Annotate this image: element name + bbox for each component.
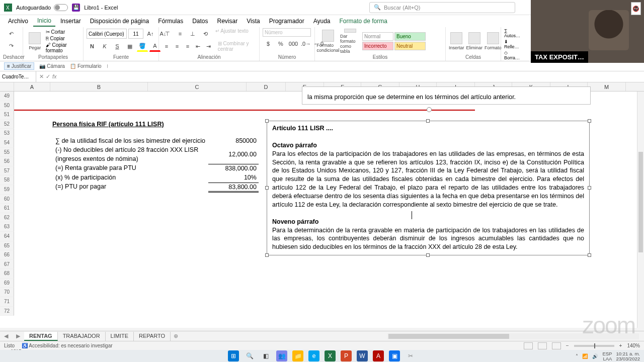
row-header-66[interactable]: 66 bbox=[0, 250, 14, 260]
view-pagebreak-button[interactable] bbox=[552, 342, 561, 349]
row-header-56[interactable]: 56 bbox=[0, 157, 14, 166]
row-header-65[interactable]: 65 bbox=[0, 241, 14, 251]
col-header-D[interactable]: D bbox=[247, 82, 286, 91]
row-header-70[interactable]: 70 bbox=[0, 288, 14, 297]
clear-button[interactable]: ◇ Borra… bbox=[504, 50, 523, 60]
paste-button[interactable]: Pegar bbox=[26, 29, 44, 54]
explorer-icon[interactable]: 📁 bbox=[292, 350, 303, 361]
merge-button[interactable]: ⊞ Combinar y centrar bbox=[218, 41, 256, 52]
textbox-top[interactable]: la misma proporción que se determine en … bbox=[302, 86, 591, 105]
style-normal[interactable]: Normal bbox=[362, 32, 393, 41]
col-header-A[interactable]: A bbox=[14, 82, 50, 91]
shape-rotate-handle[interactable] bbox=[427, 107, 432, 112]
col-header-B[interactable]: B bbox=[50, 82, 148, 91]
row-header-49[interactable]: 49 bbox=[0, 92, 14, 101]
col-header-C[interactable]: C bbox=[148, 82, 247, 91]
handle-se[interactable] bbox=[588, 253, 591, 257]
autosum-button[interactable]: ∑ Autos… bbox=[504, 28, 523, 38]
row-header-51[interactable]: 51 bbox=[0, 110, 14, 120]
menu-datos[interactable]: Datos bbox=[188, 16, 212, 26]
justify-button[interactable]: ≡ Justificar bbox=[4, 62, 34, 70]
handle-n[interactable] bbox=[426, 119, 430, 123]
zoom-slider[interactable] bbox=[574, 345, 614, 347]
format-cells-button[interactable]: Formato bbox=[485, 29, 502, 54]
handle-ne[interactable] bbox=[588, 119, 591, 123]
toggle-switch[interactable] bbox=[54, 4, 68, 11]
font-size-select[interactable] bbox=[128, 29, 143, 39]
fill-button[interactable]: ⬇ Relle… bbox=[504, 39, 523, 49]
sheet-tab-trabajador[interactable]: TRABAJADOR bbox=[58, 332, 106, 341]
col-header-M[interactable]: M bbox=[588, 82, 626, 91]
row-header-67[interactable]: 67 bbox=[0, 260, 14, 269]
cancel-formula-icon[interactable]: ✕ bbox=[39, 73, 44, 80]
style-bad[interactable]: Incorrecto bbox=[362, 42, 393, 50]
taskbar-search-button[interactable]: 🔍 bbox=[244, 350, 255, 361]
sheet-tab-rentag[interactable]: RENTAG bbox=[24, 332, 58, 341]
comma-button[interactable]: 000 bbox=[288, 38, 299, 49]
menu-programador[interactable]: Programador bbox=[265, 16, 308, 26]
autosave-toggle[interactable]: Autoguardado bbox=[16, 4, 68, 11]
snip-icon[interactable]: ✂ bbox=[405, 350, 416, 361]
task-view-button[interactable]: ◧ bbox=[260, 350, 271, 361]
cond-format-button[interactable]: Formato condicional bbox=[318, 29, 338, 54]
handle-w[interactable] bbox=[265, 186, 269, 190]
teams-icon[interactable]: 👥 bbox=[276, 350, 287, 361]
accessibility-status[interactable]: ♿ Accesibilidad: es necesario investigar bbox=[22, 343, 112, 348]
menu-disposición-de-página[interactable]: Disposición de página bbox=[86, 16, 153, 26]
menu-fórmulas[interactable]: Fórmulas bbox=[154, 16, 187, 26]
volume-icon[interactable]: 🔊 bbox=[592, 353, 598, 359]
edge-icon[interactable]: e bbox=[308, 350, 319, 361]
redo-button[interactable]: ↷ bbox=[6, 40, 17, 51]
handle-e[interactable] bbox=[588, 186, 591, 190]
row-header-68[interactable]: 68 bbox=[0, 269, 14, 279]
align-middle-button[interactable]: ≡ bbox=[175, 28, 186, 39]
menu-inicio[interactable]: Inicio bbox=[33, 16, 55, 27]
row-header-54[interactable]: 54 bbox=[0, 138, 14, 148]
wrap-text-button[interactable]: ↵ Ajustar texto bbox=[215, 28, 249, 39]
row-header-58[interactable]: 58 bbox=[0, 175, 14, 185]
row-header-60[interactable]: 60 bbox=[0, 195, 14, 204]
row-header-62[interactable]: 62 bbox=[0, 213, 14, 223]
row-header-53[interactable]: 53 bbox=[0, 129, 14, 138]
view-layout-button[interactable] bbox=[538, 342, 547, 349]
zoom-level[interactable]: 140% bbox=[627, 343, 640, 348]
number-format-select[interactable]: Número bbox=[263, 28, 311, 37]
word-icon[interactable]: W bbox=[357, 350, 368, 361]
form-button[interactable]: 📋 Formulario bbox=[70, 63, 102, 69]
menu-revisar[interactable]: Revisar bbox=[213, 16, 242, 26]
sheet-nav-prev[interactable]: ◀ bbox=[0, 333, 12, 339]
align-bottom-button[interactable]: ⊥ bbox=[187, 28, 198, 39]
style-good[interactable]: Bueno bbox=[394, 32, 426, 41]
style-neutral[interactable]: Neutral bbox=[394, 42, 426, 50]
sheet-tab-reparto[interactable]: REPARTO bbox=[134, 332, 171, 341]
enter-formula-icon[interactable]: ✓ bbox=[46, 73, 50, 80]
view-normal-button[interactable] bbox=[524, 342, 533, 349]
handle-sw[interactable] bbox=[265, 253, 269, 257]
menu-vista[interactable]: Vista bbox=[243, 16, 264, 26]
fill-color-button[interactable]: 🪣 bbox=[137, 41, 148, 52]
row-header-72[interactable]: 72 bbox=[0, 307, 14, 316]
underline-button[interactable]: S bbox=[112, 41, 123, 52]
row-header-64[interactable]: 64 bbox=[0, 232, 14, 241]
percent-button[interactable]: % bbox=[275, 38, 286, 49]
handle-nw[interactable] bbox=[265, 119, 269, 123]
add-sheet-button[interactable]: ⊕ bbox=[171, 333, 181, 339]
align-center-button[interactable]: ≡ bbox=[173, 41, 182, 52]
sheet-nav-next[interactable]: ▶ bbox=[12, 333, 24, 339]
row-header-61[interactable]: 61 bbox=[0, 204, 14, 213]
row-header-57[interactable]: 57 bbox=[0, 166, 14, 176]
bold-button[interactable]: N bbox=[87, 41, 98, 52]
align-left-button[interactable]: ≡ bbox=[162, 41, 171, 52]
save-icon[interactable]: 💾 bbox=[72, 4, 80, 12]
name-box[interactable]: CuadroTe… bbox=[0, 71, 36, 82]
wifi-icon[interactable]: 📶 bbox=[582, 353, 588, 359]
increase-font-button[interactable]: A↑ bbox=[145, 28, 156, 39]
zoom-taskbar-icon[interactable]: ▣ bbox=[389, 350, 400, 361]
insert-cells-button[interactable]: Insertar bbox=[449, 29, 464, 54]
as-table-button[interactable]: Dar formato como tabla bbox=[340, 29, 360, 54]
handle-s[interactable] bbox=[426, 253, 430, 257]
search-input[interactable]: 🔍 Buscar (Alt+Q) bbox=[369, 2, 515, 13]
zoom-out-button[interactable]: − bbox=[566, 343, 569, 348]
currency-button[interactable]: $ bbox=[263, 38, 274, 49]
sheet-tab-limite[interactable]: LIMITE bbox=[106, 332, 134, 341]
